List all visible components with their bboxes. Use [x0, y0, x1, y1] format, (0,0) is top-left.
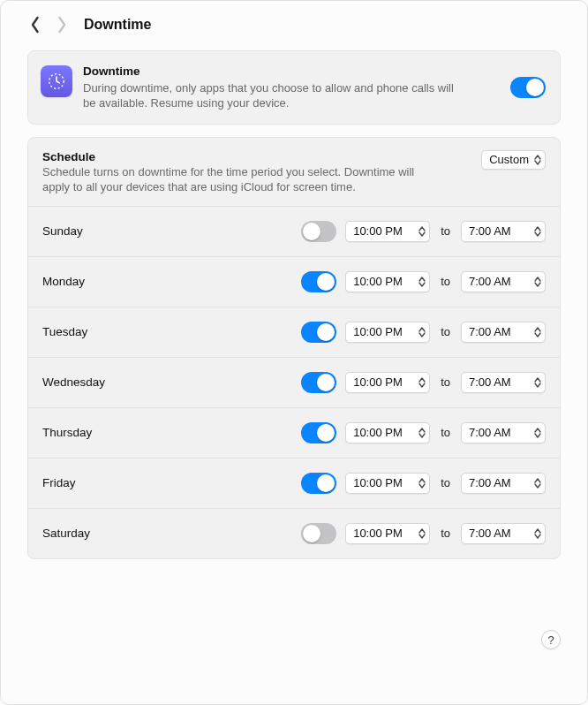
- downtime-hero-text: Downtime During downtime, only apps that…: [83, 64, 500, 111]
- to-label: to: [439, 375, 452, 389]
- from-time-picker[interactable]: 10:00 PM: [345, 422, 430, 443]
- day-toggle[interactable]: [301, 422, 336, 443]
- schedule-mode-label: Custom: [489, 153, 532, 166]
- day-toggle[interactable]: [301, 322, 336, 343]
- to-time-text: 7:00 AM: [469, 224, 532, 238]
- back-button[interactable]: [27, 13, 43, 36]
- from-time-text: 10:00 PM: [353, 224, 417, 238]
- day-label: Tuesday: [42, 325, 301, 338]
- schedule-header: Schedule Schedule turns on downtime for …: [28, 138, 560, 207]
- to-time-text: 7:00 AM: [469, 375, 532, 389]
- schedule-panel: Schedule Schedule turns on downtime for …: [27, 137, 561, 559]
- to-time-picker[interactable]: 7:00 AM: [461, 322, 546, 343]
- day-controls: 10:00 PMto7:00 AM: [301, 372, 546, 393]
- day-toggle[interactable]: [301, 523, 336, 544]
- to-time-text: 7:00 AM: [469, 325, 532, 338]
- updown-icon: [532, 226, 541, 237]
- to-time-picker[interactable]: 7:00 AM: [461, 523, 546, 544]
- day-controls: 10:00 PMto7:00 AM: [301, 221, 546, 242]
- updown-icon: [532, 377, 541, 388]
- to-label: to: [439, 275, 452, 288]
- to-time-picker[interactable]: 7:00 AM: [461, 221, 546, 242]
- to-time-picker[interactable]: 7:00 AM: [461, 271, 546, 292]
- to-time-picker[interactable]: 7:00 AM: [461, 473, 546, 494]
- day-toggle[interactable]: [301, 372, 336, 393]
- downtime-toggle[interactable]: [510, 77, 546, 98]
- day-toggle[interactable]: [301, 221, 336, 242]
- from-time-picker[interactable]: 10:00 PM: [345, 322, 430, 343]
- to-label: to: [439, 224, 452, 238]
- forward-button[interactable]: [54, 13, 70, 36]
- from-time-picker[interactable]: 10:00 PM: [345, 372, 430, 393]
- downtime-description: During downtime, only apps that you choo…: [83, 80, 463, 111]
- day-label: Friday: [42, 476, 301, 489]
- day-row: Tuesday10:00 PMto7:00 AM: [28, 307, 560, 357]
- updown-icon: [417, 277, 426, 287]
- from-time-picker[interactable]: 10:00 PM: [345, 523, 430, 544]
- day-controls: 10:00 PMto7:00 AM: [301, 473, 546, 494]
- day-row: Wednesday10:00 PMto7:00 AM: [28, 357, 560, 407]
- schedule-mode-select[interactable]: Custom: [481, 150, 546, 170]
- from-time-picker[interactable]: 10:00 PM: [345, 271, 430, 292]
- updown-icon: [532, 478, 541, 489]
- help-button[interactable]: ?: [541, 630, 561, 649]
- day-controls: 10:00 PMto7:00 AM: [301, 422, 546, 443]
- help-icon: ?: [547, 633, 554, 647]
- day-controls: 10:00 PMto7:00 AM: [301, 271, 546, 292]
- updown-icon: [532, 428, 541, 438]
- updown-icon: [532, 528, 541, 539]
- from-time-picker[interactable]: 10:00 PM: [345, 221, 430, 242]
- day-label: Saturday: [42, 527, 301, 540]
- from-time-text: 10:00 PM: [353, 527, 417, 540]
- page-title: Downtime: [84, 17, 151, 33]
- day-label: Wednesday: [42, 375, 301, 389]
- day-label: Thursday: [42, 426, 301, 439]
- updown-icon: [417, 226, 426, 237]
- to-label: to: [439, 325, 452, 338]
- to-time-text: 7:00 AM: [469, 426, 532, 439]
- to-label: to: [439, 476, 452, 489]
- from-time-text: 10:00 PM: [353, 375, 417, 389]
- day-toggle[interactable]: [301, 271, 336, 292]
- to-time-text: 7:00 AM: [469, 275, 532, 288]
- from-time-text: 10:00 PM: [353, 325, 417, 338]
- from-time-text: 10:00 PM: [353, 426, 417, 439]
- to-time-picker[interactable]: 7:00 AM: [461, 422, 546, 443]
- updown-icon: [532, 327, 541, 337]
- to-time-text: 7:00 AM: [469, 476, 532, 489]
- updown-icon: [417, 478, 426, 489]
- downtime-panel: Downtime During downtime, only apps that…: [27, 50, 561, 125]
- day-row: Thursday10:00 PMto7:00 AM: [28, 407, 560, 458]
- schedule-title: Schedule: [42, 150, 471, 163]
- header-bar: Downtime: [1, 1, 587, 45]
- schedule-description: Schedule turns on downtime for the time …: [42, 164, 422, 195]
- schedule-days: Sunday10:00 PMto7:00 AMMonday10:00 PMto7…: [28, 207, 560, 558]
- from-time-picker[interactable]: 10:00 PM: [345, 473, 430, 494]
- downtime-hero: Downtime During downtime, only apps that…: [28, 51, 560, 124]
- to-label: to: [439, 527, 452, 540]
- from-time-text: 10:00 PM: [353, 476, 417, 489]
- day-row: Friday10:00 PMto7:00 AM: [28, 458, 560, 508]
- from-time-text: 10:00 PM: [353, 275, 417, 288]
- downtime-icon: [41, 65, 72, 97]
- day-row: Sunday10:00 PMto7:00 AM: [28, 207, 560, 256]
- updown-icon: [417, 528, 426, 539]
- updown-icon: [417, 327, 426, 337]
- day-row: Monday10:00 PMto7:00 AM: [28, 256, 560, 307]
- updown-icon: [532, 155, 541, 165]
- day-row: Saturday10:00 PMto7:00 AM: [28, 508, 560, 558]
- updown-icon: [417, 428, 426, 438]
- day-controls: 10:00 PMto7:00 AM: [301, 523, 546, 544]
- updown-icon: [417, 377, 426, 388]
- day-label: Sunday: [42, 224, 301, 238]
- updown-icon: [532, 277, 541, 287]
- downtime-title: Downtime: [83, 64, 491, 80]
- to-time-picker[interactable]: 7:00 AM: [461, 372, 546, 393]
- to-time-text: 7:00 AM: [469, 527, 532, 540]
- to-label: to: [439, 426, 452, 439]
- day-label: Monday: [42, 275, 301, 288]
- day-toggle[interactable]: [301, 473, 336, 494]
- day-controls: 10:00 PMto7:00 AM: [301, 322, 546, 343]
